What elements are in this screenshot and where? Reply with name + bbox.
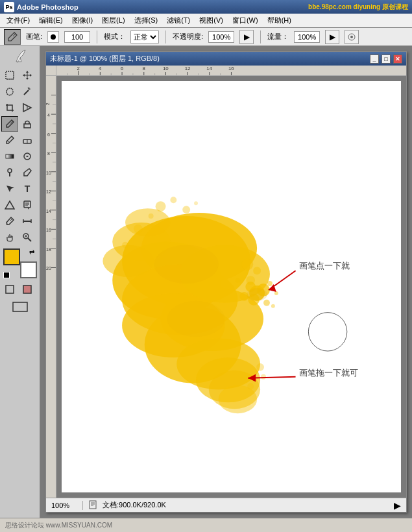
tool-row-5 — [1, 132, 38, 148]
doc-title: 未标题-1 @ 100% (图层 1, RGB/8) — [50, 54, 367, 64]
svg-line-22 — [10, 219, 13, 221]
svg-line-4 — [24, 90, 29, 95]
stamp-tool[interactable] — [19, 116, 36, 132]
status-doc-icon[interactable] — [88, 500, 97, 511]
gradient-tool[interactable] — [1, 149, 18, 164]
svg-point-100 — [170, 197, 176, 203]
brush-size-input[interactable] — [64, 31, 90, 43]
bottom-logo: 思络设计论坛 www.MISSYUAN.COM — [5, 521, 112, 530]
reset-colors-btn[interactable] — [3, 272, 10, 278]
flow-input[interactable] — [294, 31, 320, 43]
menu-file[interactable]: 文件(F) — [3, 14, 34, 27]
svg-text:4: 4 — [99, 66, 101, 71]
svg-rect-32 — [23, 285, 31, 293]
doc-minimize-btn[interactable]: _ — [370, 54, 379, 64]
zoom-level: 100% — [51, 502, 77, 509]
lasso-tool[interactable] — [1, 84, 18, 99]
swap-colors-btn[interactable]: ⇄ — [29, 248, 37, 256]
eraser-tool[interactable] — [19, 132, 36, 148]
svg-rect-133 — [90, 501, 96, 509]
foreground-color-swatch[interactable] — [3, 248, 20, 265]
eyedropper-tool[interactable] — [1, 213, 18, 229]
status-forward-btn[interactable]: ▶ — [394, 500, 401, 511]
flow-label: 流量： — [267, 32, 289, 42]
tool-row-6 — [1, 149, 38, 164]
svg-text:6: 6 — [47, 132, 50, 137]
mode-select[interactable]: 正常 溶解 变暗 — [130, 30, 159, 43]
menu-select[interactable]: 选择(S) — [130, 14, 162, 27]
svg-rect-33 — [13, 302, 27, 311]
brush-tool-active[interactable] — [4, 29, 21, 45]
move-tool[interactable] — [19, 67, 36, 83]
svg-point-105 — [122, 242, 128, 248]
svg-point-126 — [256, 363, 264, 371]
marquee-rect-tool[interactable] — [1, 67, 18, 83]
text-tool[interactable]: T — [19, 181, 36, 197]
opacity-arrow[interactable]: ▶ — [239, 30, 254, 44]
standard-mode-btn[interactable] — [1, 282, 18, 297]
app-icon: Ps — [4, 2, 14, 12]
doc-maximize-btn[interactable]: □ — [382, 54, 391, 64]
zoom-tool[interactable] — [19, 230, 36, 245]
svg-point-119 — [154, 245, 219, 284]
app-title: Adobe Photoshop — [17, 3, 79, 11]
tool-row-1 — [1, 67, 38, 83]
history-brush-tool[interactable] — [1, 132, 18, 148]
svg-text:2: 2 — [46, 103, 50, 105]
path-select-tool[interactable] — [1, 181, 18, 197]
svg-text:14: 14 — [206, 66, 212, 71]
menu-window[interactable]: 窗口(W) — [228, 14, 262, 27]
shape-tool[interactable] — [1, 197, 18, 213]
brush-tool[interactable] — [1, 116, 18, 132]
pen-tool[interactable] — [19, 165, 36, 180]
svg-point-114 — [267, 281, 273, 286]
background-color-swatch[interactable] — [20, 261, 37, 278]
slice-tool[interactable] — [19, 100, 36, 115]
menu-filter[interactable]: 滤镜(T) — [163, 14, 194, 27]
tool-row-4 — [1, 116, 38, 132]
svg-text:18: 18 — [46, 247, 51, 252]
notes-tool[interactable] — [19, 197, 36, 213]
tool-row-10 — [1, 213, 38, 229]
paint-canvas[interactable]: 画笔点一下就 画笔拖一下就可 — [62, 81, 401, 492]
flow-arrow[interactable]: ▶ — [325, 30, 339, 44]
svg-text:20: 20 — [46, 266, 51, 271]
brush-preview[interactable] — [47, 31, 59, 43]
screen-mode-btn[interactable] — [3, 299, 38, 315]
blur-tool[interactable] — [19, 149, 36, 164]
svg-text:14: 14 — [46, 209, 51, 213]
quick-mask-row — [1, 282, 38, 297]
canvas-background[interactable]: 画笔点一下就 画笔拖一下就可 — [62, 81, 401, 492]
svg-point-115 — [274, 291, 278, 295]
menu-edit[interactable]: 编辑(E) — [35, 14, 67, 27]
menu-view[interactable]: 视图(V) — [195, 14, 227, 27]
annotation-text-1: 画笔点一下就 — [299, 261, 350, 271]
svg-rect-10 — [24, 124, 30, 128]
svg-text:10: 10 — [46, 171, 51, 175]
toolbox-logo — [12, 49, 29, 64]
menu-image[interactable]: 图像(I) — [68, 14, 97, 27]
canvas-container[interactable]: 画笔点一下就 画笔拖一下就可 — [56, 76, 406, 498]
airbrush-toggle[interactable] — [345, 30, 359, 44]
tool-row-11 — [1, 230, 38, 245]
menu-help[interactable]: 帮助(H) — [263, 14, 295, 27]
crop-tool[interactable] — [1, 100, 18, 115]
quick-mask-btn[interactable] — [19, 282, 36, 297]
dodge-tool[interactable] — [1, 165, 18, 180]
hand-tool[interactable] — [1, 230, 18, 245]
menu-layer[interactable]: 图层(L) — [98, 14, 128, 27]
canvas-with-rulers: 2 4 6 8 10 12 14 — [46, 66, 406, 498]
opacity-input[interactable] — [208, 31, 234, 43]
top-ruler: 2 4 6 8 10 12 14 — [56, 66, 406, 76]
svg-point-103 — [194, 201, 198, 205]
brush-label: 画笔: — [26, 32, 42, 42]
measure-tool[interactable] — [19, 213, 36, 229]
doc-window: 未标题-1 @ 100% (图层 1, RGB/8) _ □ ✕ — [45, 51, 407, 513]
canvas-row: 2 4 6 8 10 12 14 — [46, 76, 406, 498]
svg-rect-59 — [46, 76, 56, 498]
svg-text:16: 16 — [228, 66, 234, 71]
magic-wand-tool[interactable] — [19, 84, 36, 99]
svg-point-99 — [156, 201, 166, 212]
svg-point-101 — [182, 206, 190, 213]
doc-close-btn[interactable]: ✕ — [393, 54, 402, 64]
